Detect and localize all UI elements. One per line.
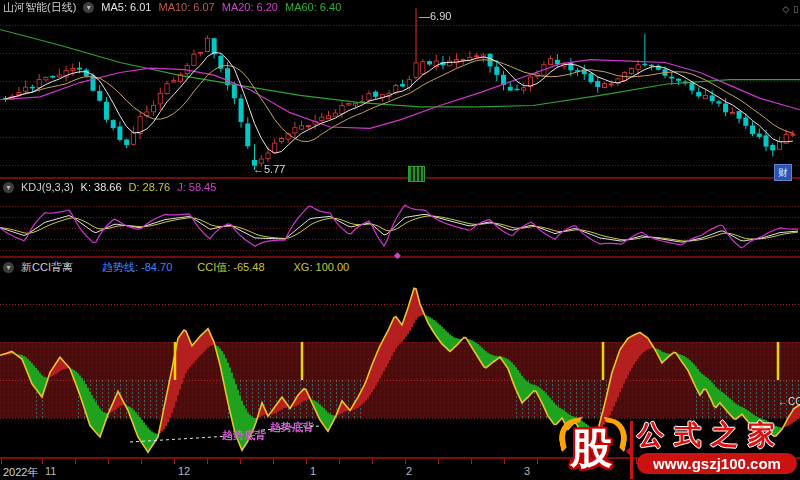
website-url: www.gszj100.com xyxy=(637,453,797,474)
candlestick-chart[interactable] xyxy=(0,0,800,178)
axis-year-label: 2022年 xyxy=(3,465,38,480)
divergence-label: 趋势底背 xyxy=(222,428,266,443)
kdj-j-value: J: 58.45 xyxy=(177,181,216,194)
kdj-chart[interactable] xyxy=(0,194,800,256)
chevron-glyph: ▾ xyxy=(87,1,91,14)
collapse-chevron-icon[interactable]: ▾ xyxy=(3,262,14,273)
brand-name: 公式之家 xyxy=(637,419,798,451)
axis-month-label: 3 xyxy=(524,465,530,477)
divider-marker-icon[interactable]: ◆ xyxy=(394,250,401,260)
qr-watermark-icon xyxy=(408,166,425,182)
logo-character: 股 xyxy=(570,421,612,477)
watermark-divider: ◆ xyxy=(630,421,633,479)
chevron-glyph: ▾ xyxy=(6,261,10,274)
finance-watermark-icon: 财 xyxy=(774,164,792,181)
axis-month-label: 1 xyxy=(310,465,316,477)
corner-icons: ◇ ▯ xyxy=(782,4,798,14)
collapse-chevron-icon[interactable]: ▾ xyxy=(3,182,14,193)
ma5-value: MA5: 6.01 xyxy=(101,1,151,14)
high-price-label: —6.90 xyxy=(419,10,451,22)
site-watermark: 股 ◆ 公式之家 www.gszj100.com xyxy=(556,419,798,479)
main-panel-header: 山河智能(日线) ▾ MA5: 6.01 MA10: 6.07 MA20: 6.… xyxy=(3,1,341,14)
collapse-chevron-icon[interactable]: ▾ xyxy=(83,2,94,13)
diamond-icon[interactable]: ◇ xyxy=(782,4,789,14)
cci-panel-header: ▾ 新CCI背离 趋势线: -84.70 CCI值: -65.48 XG: 10… xyxy=(3,261,349,274)
divergence-label: 趋势底背 xyxy=(270,420,314,435)
stock-title: 山河智能(日线) xyxy=(3,1,76,14)
panel-separator-1 xyxy=(0,177,800,179)
kdj-d-value: D: 28.76 xyxy=(129,181,171,194)
stock-app-window: { "panels": { "main": { "title": "山河智能(日… xyxy=(0,0,800,480)
cci-title: 新CCI背离 xyxy=(21,261,73,274)
ma60-value: MA60: 6.40 xyxy=(285,1,341,14)
cci-value: CCI值: -65.48 xyxy=(197,261,264,274)
axis-month-label: 12 xyxy=(178,465,190,477)
chevron-glyph: ▾ xyxy=(6,181,10,194)
axis-month-label: 11 xyxy=(45,465,56,477)
kdj-k-value: K: 38.66 xyxy=(81,181,122,194)
watermark-text-block: 公式之家 www.gszj100.com xyxy=(637,419,798,479)
bull-logo: 股 xyxy=(556,419,630,479)
kdj-panel-header: ▾ KDJ(9,3,3) K: 38.66 D: 28.76 J: 58.45 xyxy=(3,181,216,194)
kdj-title: KDJ(9,3,3) xyxy=(21,181,74,194)
cci-trend-value: 趋势线: -84.70 xyxy=(102,261,172,274)
low-price-label: ←5.77 xyxy=(253,163,285,175)
cci-xg-value: XG: 100.00 xyxy=(294,261,350,274)
cci-edge-label: ←CC xyxy=(778,396,800,407)
diamond-icon: ◆ xyxy=(626,445,634,456)
finance-glyph: 财 xyxy=(778,166,788,180)
axis-month-label: 2 xyxy=(406,465,412,477)
box-icon[interactable]: ▯ xyxy=(793,4,798,14)
ma10-value: MA10: 6.07 xyxy=(158,1,214,14)
ma20-value: MA20: 6.20 xyxy=(222,1,278,14)
